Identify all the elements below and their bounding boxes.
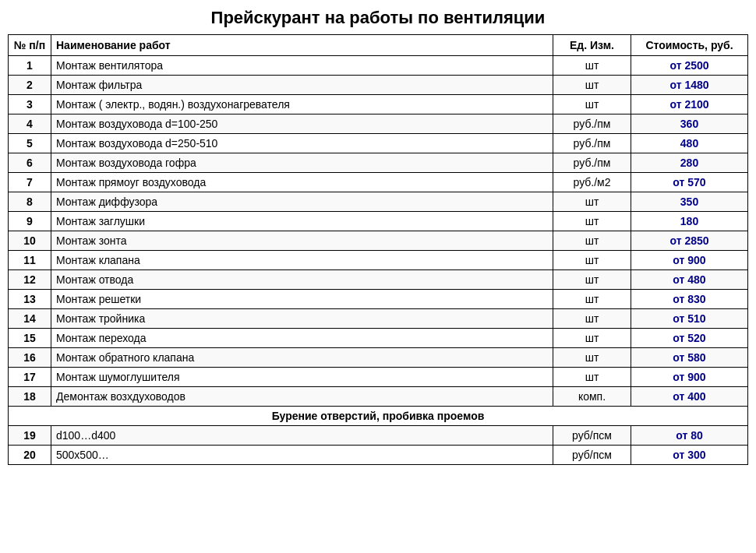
table-row: 14 Монтаж тройника шт от 510 (9, 309, 748, 329)
cell-num: 11 (9, 251, 51, 270)
cell-cost: от 300 (631, 446, 748, 465)
section-header-text: Бурение отверстий, пробивка проемов (9, 407, 748, 426)
table-row: 7 Монтаж прямоуг воздуховода руб./м2 от … (9, 173, 748, 192)
cell-unit: шт (553, 329, 631, 348)
cell-num: 19 (9, 426, 51, 446)
cell-unit: комп. (553, 387, 631, 407)
cell-num: 12 (9, 270, 51, 290)
cell-cost: от 900 (631, 368, 748, 387)
cell-name: Монтаж воздуховода d=100-250 (51, 114, 553, 134)
table-row: 6 Монтаж воздуховода гофра руб./пм 280 (9, 153, 748, 173)
cell-cost: от 580 (631, 348, 748, 368)
cell-unit: шт (553, 192, 631, 212)
cell-unit: шт (553, 95, 631, 114)
cell-unit: руб./пм (553, 153, 631, 173)
cell-unit: шт (553, 309, 631, 329)
cell-unit: шт (553, 348, 631, 368)
cell-name: 500x500… (51, 446, 553, 465)
cell-name: Монтаж фильтра (51, 76, 553, 95)
page-title: Прейскурант на работы по вентиляции (211, 8, 546, 28)
cell-cost: 180 (631, 212, 748, 231)
table-row: 13 Монтаж решетки шт от 830 (9, 290, 748, 309)
cell-unit: шт (553, 251, 631, 270)
col-header-unit: Ед. Изм. (553, 35, 631, 56)
cell-name: Монтаж решетки (51, 290, 553, 309)
cell-num: 10 (9, 231, 51, 251)
cell-unit: руб/псм (553, 446, 631, 465)
cell-name: Монтаж заглушки (51, 212, 553, 231)
cell-name: Монтаж тройника (51, 309, 553, 329)
cell-unit: шт (553, 290, 631, 309)
cell-cost: от 570 (631, 173, 748, 192)
cell-num: 4 (9, 114, 51, 134)
cell-unit: шт (553, 76, 631, 95)
table-row: 5 Монтаж воздуховода d=250-510 руб./пм 4… (9, 134, 748, 153)
table-row: 3 Монтаж ( электр., водян.) воздухонагре… (9, 95, 748, 114)
col-header-cost: Стоимость, руб. (631, 35, 748, 56)
cell-unit: шт (553, 270, 631, 290)
cell-num: 16 (9, 348, 51, 368)
cell-cost: от 830 (631, 290, 748, 309)
table-row: 19 d100…d400 руб/псм от 80 (9, 426, 748, 446)
table-row: 4 Монтаж воздуховода d=100-250 руб./пм 3… (9, 114, 748, 134)
cell-cost: от 480 (631, 270, 748, 290)
cell-cost: от 80 (631, 426, 748, 446)
cell-cost: от 2850 (631, 231, 748, 251)
cell-unit: руб./пм (553, 114, 631, 134)
cell-name: Монтаж клапана (51, 251, 553, 270)
cell-num: 3 (9, 95, 51, 114)
cell-num: 17 (9, 368, 51, 387)
col-header-name: Наименование работ (51, 35, 553, 56)
cell-cost: от 900 (631, 251, 748, 270)
cell-num: 20 (9, 446, 51, 465)
cell-name: Монтаж вентилятора (51, 56, 553, 76)
table-row: 1 Монтаж вентилятора шт от 2500 (9, 56, 748, 76)
table-row: 20 500x500… руб/псм от 300 (9, 446, 748, 465)
cell-unit: шт (553, 212, 631, 231)
cell-name: Монтаж диффузора (51, 192, 553, 212)
cell-unit: руб/псм (553, 426, 631, 446)
table-row: 16 Монтаж обратного клапана шт от 580 (9, 348, 748, 368)
table-row: 8 Монтаж диффузора шт 350 (9, 192, 748, 212)
cell-cost: 480 (631, 134, 748, 153)
cell-cost: 360 (631, 114, 748, 134)
cell-num: 6 (9, 153, 51, 173)
cell-num: 15 (9, 329, 51, 348)
cell-name: Монтаж зонта (51, 231, 553, 251)
table-row: 18 Демонтаж возхдуховодов комп. от 400 (9, 387, 748, 407)
cell-unit: шт (553, 231, 631, 251)
cell-cost: от 400 (631, 387, 748, 407)
cell-cost: от 1480 (631, 76, 748, 95)
cell-unit: шт (553, 368, 631, 387)
col-header-num: № п/п (9, 35, 51, 56)
cell-name: Монтаж ( электр., водян.) воздухонагрева… (51, 95, 553, 114)
cell-name: Монтаж отвода (51, 270, 553, 290)
cell-cost: от 520 (631, 329, 748, 348)
section-header-row: Бурение отверстий, пробивка проемов (9, 407, 748, 426)
cell-name: Монтаж воздуховода гофра (51, 153, 553, 173)
cell-name: Монтаж шумоглушителя (51, 368, 553, 387)
price-table: № п/п Наименование работ Ед. Изм. Стоимо… (8, 34, 748, 465)
table-row: 15 Монтаж перехода шт от 520 (9, 329, 748, 348)
cell-num: 2 (9, 76, 51, 95)
cell-cost: 280 (631, 153, 748, 173)
cell-cost: от 2100 (631, 95, 748, 114)
cell-name: Монтаж перехода (51, 329, 553, 348)
cell-num: 13 (9, 290, 51, 309)
cell-name: d100…d400 (51, 426, 553, 446)
cell-num: 7 (9, 173, 51, 192)
cell-unit: руб./м2 (553, 173, 631, 192)
table-row: 10 Монтаж зонта шт от 2850 (9, 231, 748, 251)
cell-unit: руб./пм (553, 134, 631, 153)
table-row: 12 Монтаж отвода шт от 480 (9, 270, 748, 290)
table-row: 2 Монтаж фильтра шт от 1480 (9, 76, 748, 95)
cell-num: 18 (9, 387, 51, 407)
cell-cost: от 510 (631, 309, 748, 329)
cell-cost: от 2500 (631, 56, 748, 76)
cell-num: 9 (9, 212, 51, 231)
cell-cost: 350 (631, 192, 748, 212)
cell-name: Монтаж воздуховода d=250-510 (51, 134, 553, 153)
cell-name: Монтаж обратного клапана (51, 348, 553, 368)
cell-num: 14 (9, 309, 51, 329)
table-row: 9 Монтаж заглушки шт 180 (9, 212, 748, 231)
